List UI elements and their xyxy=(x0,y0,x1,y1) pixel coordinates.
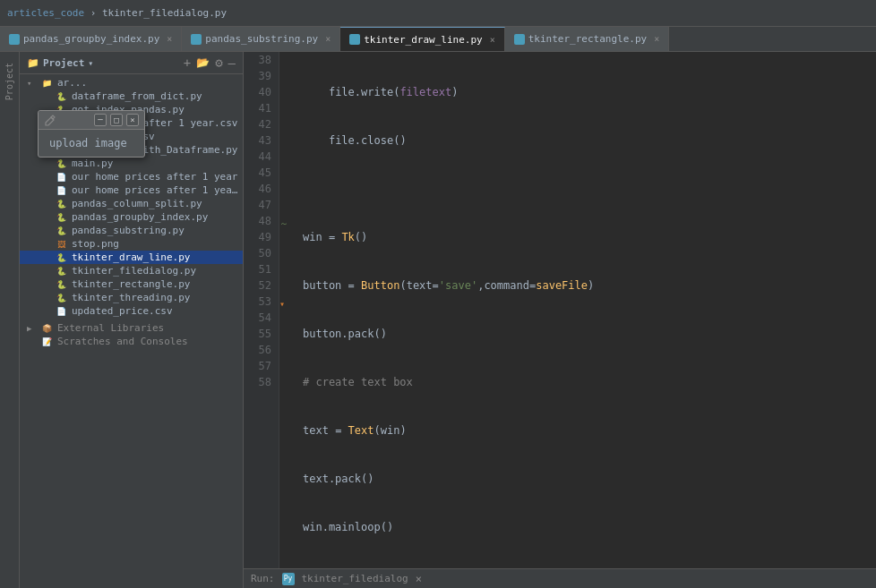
tab-pandas-groupby[interactable]: pandas_groupby_index.py × xyxy=(0,27,182,51)
sidebar-toggle: Project xyxy=(0,52,20,588)
tab-close-pandas-substring[interactable]: × xyxy=(325,34,331,44)
tree-file-label: pandas_column_split.py xyxy=(72,198,202,209)
line-num-45: 45 xyxy=(251,165,271,181)
list-item[interactable]: 🐍 tkinter_rectangle.py xyxy=(20,277,243,291)
gutter-45 xyxy=(279,165,296,181)
code-content: file.write(filetext) file.close() win = … xyxy=(296,52,876,568)
gutter-markers: ～ ▾ xyxy=(279,52,296,568)
run-file-label: tkinter_filedialog xyxy=(302,573,408,584)
sidebar: 📁 Project ▾ + 📂 ⚙ — xyxy=(20,52,244,588)
sidebar-toggle-label[interactable]: Project xyxy=(4,63,14,100)
py-file-icon-selected: 🐍 xyxy=(54,252,68,263)
code-editor[interactable]: 38 39 40 41 42 43 44 45 46 47 48 49 50 5… xyxy=(244,52,876,568)
popup-body: upload image xyxy=(39,130,144,157)
output-bar: Run: Py tkinter_filedialog × xyxy=(244,568,876,588)
collapse-icon[interactable]: — xyxy=(228,55,236,70)
list-item[interactable]: 📄 our home prices after 1 year xyxy=(20,170,243,183)
code-line-45: text = Text(win) xyxy=(303,422,869,439)
line-num-48: 48 xyxy=(251,213,271,229)
popup-maximize-button[interactable]: □ xyxy=(110,114,123,126)
popup-overlay: ─ □ × upload image xyxy=(38,110,145,158)
line-num-42: 42 xyxy=(251,116,271,132)
line-num-41: 41 xyxy=(251,100,271,116)
tree-file-label: tkinter_threading.py xyxy=(72,292,190,303)
gutter-48: ～ xyxy=(279,213,296,229)
list-item[interactable]: 🐍 main.py xyxy=(20,157,243,170)
gutter-47 xyxy=(279,197,296,213)
line-num-52: 52 xyxy=(251,277,271,294)
tab-label-pandas-groupby: pandas_groupby_index.py xyxy=(23,33,159,45)
popup-close-button[interactable]: × xyxy=(126,114,139,126)
code-line-42: button = Button(text='save',command=save… xyxy=(303,277,869,294)
list-item[interactable]: 🐍 tkinter_filedialog.py xyxy=(20,264,243,277)
py-file-icon: 🐍 xyxy=(54,226,68,236)
list-item[interactable]: 🐍 pandas_groupby_index.py xyxy=(20,210,243,224)
list-item[interactable]: 🐍 pandas_column_split.py xyxy=(20,197,243,210)
popup-minimize-button[interactable]: ─ xyxy=(94,114,107,126)
tree-file-label: updated_price.csv xyxy=(72,305,173,317)
line-num-46: 46 xyxy=(251,181,271,197)
line-num-38: 38 xyxy=(251,52,271,68)
line-numbers: 38 39 40 41 42 43 44 45 46 47 48 49 50 5… xyxy=(244,52,279,568)
tree-item-external-libraries[interactable]: ▶ 📦 External Libraries xyxy=(20,321,243,335)
tab-label-tkinter-draw: tkinter_draw_line.py xyxy=(364,34,482,46)
gutter-53[interactable]: ▾ xyxy=(279,294,296,310)
list-item[interactable]: 🐍 tkinter_threading.py xyxy=(20,291,243,304)
run-close-button[interactable]: × xyxy=(416,573,422,585)
list-item[interactable]: 🖼 stop.png xyxy=(20,237,243,251)
list-item[interactable]: 📄 updated_price.csv xyxy=(20,304,243,318)
code-line-40 xyxy=(303,181,869,197)
popup-controls: ─ □ × xyxy=(94,114,139,126)
line-num-57: 57 xyxy=(251,358,271,374)
popup-titlebar: ─ □ × xyxy=(39,111,144,130)
breadcrumb-project[interactable]: articles_code xyxy=(7,7,84,19)
line-num-56: 56 xyxy=(251,342,271,358)
tree-root-label: ar... xyxy=(57,77,87,89)
list-item[interactable]: 📄 our home prices after 1 year.csv xyxy=(20,183,243,197)
tab-icon-tkinter-draw xyxy=(349,34,360,45)
gutter-52 xyxy=(279,277,296,294)
py-file-icon: 🐍 xyxy=(54,212,68,223)
gutter-46 xyxy=(279,181,296,197)
scratches-icon: 📝 xyxy=(39,337,54,347)
root-folder-icon: 📁 xyxy=(39,78,54,89)
add-folder-icon[interactable]: 📂 xyxy=(196,56,210,69)
tree-file-label: main.py xyxy=(72,158,113,169)
tab-close-pandas-groupby[interactable]: × xyxy=(167,34,172,44)
tree-item-root[interactable]: ▾ 📁 ar... xyxy=(20,76,243,89)
tab-close-tkinter-draw[interactable]: × xyxy=(490,35,495,45)
line-num-50: 50 xyxy=(251,245,271,261)
list-item[interactable]: 🐍 pandas_substring.py xyxy=(20,224,243,237)
tab-pandas-substring[interactable]: pandas_substring.py × xyxy=(182,27,340,51)
list-item[interactable]: 🐍 dataframe_from_dict.py xyxy=(20,89,243,103)
code-line-43: button.pack() xyxy=(303,326,869,342)
tab-tkinter-draw[interactable]: tkinter_draw_line.py × xyxy=(340,27,504,51)
line-num-40: 40 xyxy=(251,84,271,100)
code-line-38: file.write(filetext) xyxy=(303,84,869,100)
add-file-icon[interactable]: + xyxy=(184,55,191,70)
tab-close-tkinter-rect[interactable]: × xyxy=(654,34,659,44)
sidebar-header-actions: + 📂 ⚙ — xyxy=(184,55,236,70)
tree-item-scratches[interactable]: 📝 Scratches and Consoles xyxy=(20,335,243,348)
line-num-39: 39 xyxy=(251,68,271,84)
line-num-47: 47 xyxy=(251,197,271,213)
code-line-44: # create text box xyxy=(303,374,869,390)
tree-file-label: dataframe_from_dict.py xyxy=(72,90,202,102)
settings-icon[interactable]: ⚙ xyxy=(215,55,222,70)
list-item-selected[interactable]: 🐍 tkinter_draw_line.py xyxy=(20,251,243,264)
line-num-51: 51 xyxy=(251,261,271,277)
tab-icon-tkinter-rect xyxy=(514,34,525,45)
tree-ext-lib-label: External Libraries xyxy=(57,322,164,334)
folder-icon: 📁 xyxy=(27,57,39,69)
line-num-44: 44 xyxy=(251,149,271,165)
tab-icon-pandas-substring xyxy=(191,34,202,45)
tab-tkinter-rect[interactable]: tkinter_rectangle.py × xyxy=(505,27,669,51)
gutter-58 xyxy=(279,374,296,390)
tree-file-label: tkinter_rectangle.py xyxy=(72,278,190,290)
sidebar-project-label: Project xyxy=(43,57,84,69)
code-line-41: win = Tk() xyxy=(303,229,869,245)
root-arrow-icon: ▾ xyxy=(27,79,39,88)
chevron-down-icon[interactable]: ▾ xyxy=(88,58,93,68)
py-file-icon: 🐍 xyxy=(54,158,68,169)
tab-icon-pandas-groupby xyxy=(9,34,20,45)
